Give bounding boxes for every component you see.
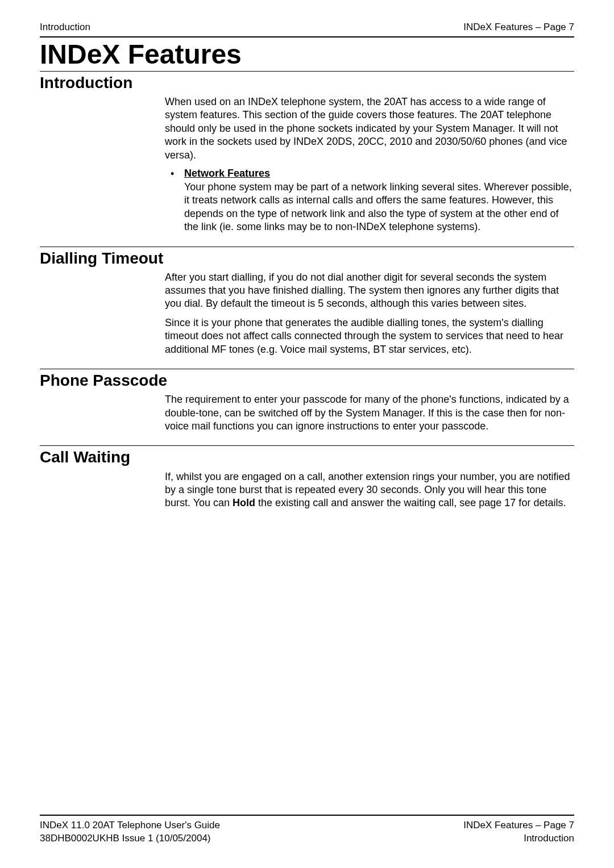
header-right: INDeX Features – Page 7	[463, 22, 574, 33]
page-footer: INDeX 11.0 20AT Telephone User's Guide 3…	[40, 815, 574, 845]
title-divider	[40, 71, 574, 72]
section-dialling-timeout: Dialling Timeout After you start diallin…	[40, 247, 574, 357]
call-waiting-text-post: the existing call and answer the waiting…	[255, 497, 566, 508]
section-call-waiting: Call Waiting If, whilst you are engaged …	[40, 445, 574, 510]
page: Introduction INDeX Features – Page 7 IND…	[0, 0, 614, 868]
introduction-body: When used on an INDeX telephone system, …	[165, 95, 574, 234]
header-left: Introduction	[40, 22, 90, 33]
heading-dialling-timeout: Dialling Timeout	[40, 249, 574, 268]
section-divider	[40, 247, 574, 247]
dialling-paragraph-1: After you start dialling, if you do not …	[165, 271, 574, 311]
footer-row: INDeX 11.0 20AT Telephone User's Guide 3…	[40, 819, 574, 845]
heading-call-waiting: Call Waiting	[40, 448, 574, 466]
call-waiting-body: If, whilst you are engaged on a call, an…	[165, 470, 574, 510]
heading-introduction: Introduction	[40, 74, 574, 92]
footer-left: INDeX 11.0 20AT Telephone User's Guide 3…	[40, 819, 220, 845]
footer-section-label: Introduction	[463, 832, 574, 845]
dialling-paragraph-2: Since it is your phone that generates th…	[165, 316, 574, 356]
bullet-content: Network Features Your phone system may b…	[184, 168, 574, 234]
section-phone-passcode: Phone Passcode The requirement to enter …	[40, 369, 574, 433]
footer-issue: 38DHB0002UKHB Issue 1 (10/05/2004)	[40, 832, 220, 845]
introduction-paragraph: When used on an INDeX telephone system, …	[165, 95, 574, 162]
passcode-body: The requirement to enter your passcode f…	[165, 393, 574, 433]
bullet-heading-network-features: Network Features	[184, 168, 574, 180]
bullet-text-network-features: Your phone system may be part of a netwo…	[184, 181, 574, 234]
call-waiting-paragraph: If, whilst you are engaged on a call, an…	[165, 470, 574, 510]
section-divider	[40, 445, 574, 446]
page-header: Introduction INDeX Features – Page 7	[40, 22, 574, 36]
call-waiting-bold-hold: Hold	[233, 497, 255, 508]
section-divider	[40, 369, 574, 369]
document-title: INDeX Features	[40, 40, 574, 70]
dialling-body: After you start dialling, if you do not …	[165, 271, 574, 356]
footer-right: INDeX Features – Page 7 Introduction	[463, 819, 574, 845]
heading-phone-passcode: Phone Passcode	[40, 372, 574, 390]
footer-divider	[40, 815, 574, 816]
section-introduction: Introduction When used on an INDeX telep…	[40, 74, 574, 234]
bullet-network-features: • Network Features Your phone system may…	[165, 168, 574, 234]
bullet-icon: •	[165, 168, 184, 181]
passcode-paragraph: The requirement to enter your passcode f…	[165, 393, 574, 433]
footer-page-label: INDeX Features – Page 7	[463, 819, 574, 832]
footer-guide-title: INDeX 11.0 20AT Telephone User's Guide	[40, 819, 220, 832]
header-divider	[40, 36, 574, 37]
